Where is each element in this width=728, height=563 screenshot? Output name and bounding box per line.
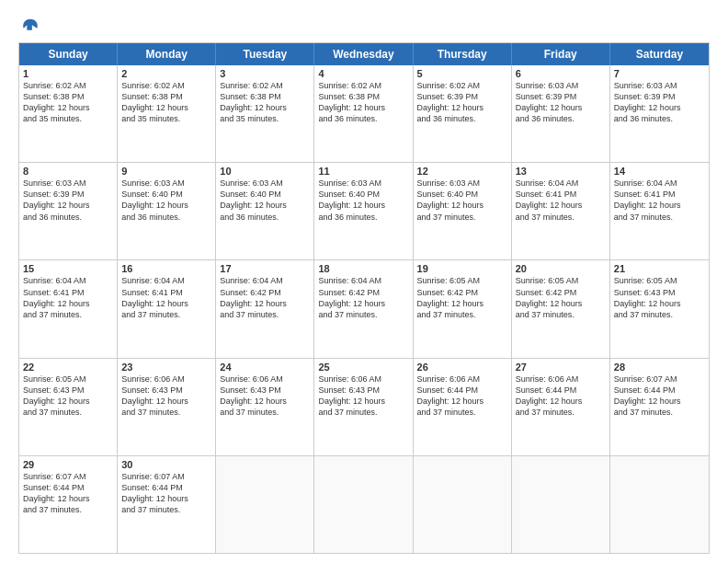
calendar-empty-cell xyxy=(512,456,610,553)
calendar-day-5: 5Sunrise: 6:02 AM Sunset: 6:39 PM Daylig… xyxy=(414,65,512,162)
day-info: Sunrise: 6:05 AM Sunset: 6:43 PM Dayligh… xyxy=(23,373,113,419)
calendar-day-23: 23Sunrise: 6:06 AM Sunset: 6:43 PM Dayli… xyxy=(118,359,216,455)
day-number: 27 xyxy=(516,362,606,373)
calendar-day-15: 15Sunrise: 6:04 AM Sunset: 6:41 PM Dayli… xyxy=(19,260,118,357)
day-info: Sunrise: 6:02 AM Sunset: 6:38 PM Dayligh… xyxy=(318,80,408,125)
calendar-day-19: 19Sunrise: 6:05 AM Sunset: 6:42 PM Dayli… xyxy=(414,260,512,357)
day-number: 4 xyxy=(318,68,408,79)
header-day-friday: Friday xyxy=(512,43,610,65)
day-number: 7 xyxy=(614,68,705,79)
calendar-day-30: 30Sunrise: 6:07 AM Sunset: 6:44 PM Dayli… xyxy=(118,456,216,553)
day-info: Sunrise: 6:02 AM Sunset: 6:38 PM Dayligh… xyxy=(121,80,211,125)
day-info: Sunrise: 6:06 AM Sunset: 6:43 PM Dayligh… xyxy=(121,373,211,419)
day-number: 12 xyxy=(417,166,507,177)
calendar-day-13: 13Sunrise: 6:04 AM Sunset: 6:41 PM Dayli… xyxy=(512,163,610,259)
calendar-day-11: 11Sunrise: 6:03 AM Sunset: 6:40 PM Dayli… xyxy=(314,163,413,259)
day-info: Sunrise: 6:07 AM Sunset: 6:44 PM Dayligh… xyxy=(23,471,113,516)
calendar-empty-cell xyxy=(610,456,709,553)
day-info: Sunrise: 6:03 AM Sunset: 6:39 PM Dayligh… xyxy=(516,80,606,125)
calendar-day-10: 10Sunrise: 6:03 AM Sunset: 6:40 PM Dayli… xyxy=(216,163,314,259)
calendar-header: SundayMondayTuesdayWednesdayThursdayFrid… xyxy=(19,43,709,65)
calendar-day-29: 29Sunrise: 6:07 AM Sunset: 6:44 PM Dayli… xyxy=(19,456,118,553)
day-number: 25 xyxy=(318,362,408,373)
day-number: 18 xyxy=(318,263,408,274)
day-number: 10 xyxy=(220,166,310,177)
day-info: Sunrise: 6:03 AM Sunset: 6:40 PM Dayligh… xyxy=(318,178,408,223)
day-info: Sunrise: 6:03 AM Sunset: 6:40 PM Dayligh… xyxy=(121,178,211,223)
calendar-day-3: 3Sunrise: 6:02 AM Sunset: 6:38 PM Daylig… xyxy=(216,65,314,162)
day-info: Sunrise: 6:04 AM Sunset: 6:42 PM Dayligh… xyxy=(220,275,310,320)
header-day-thursday: Thursday xyxy=(414,43,512,65)
calendar-day-18: 18Sunrise: 6:04 AM Sunset: 6:42 PM Dayli… xyxy=(314,260,413,357)
day-number: 26 xyxy=(417,362,507,373)
day-number: 6 xyxy=(516,68,606,79)
day-info: Sunrise: 6:03 AM Sunset: 6:40 PM Dayligh… xyxy=(417,178,507,223)
header-day-tuesday: Tuesday xyxy=(216,43,314,65)
calendar-week-1: 1Sunrise: 6:02 AM Sunset: 6:38 PM Daylig… xyxy=(19,65,709,162)
header-day-sunday: Sunday xyxy=(19,43,118,65)
day-number: 23 xyxy=(121,362,211,373)
header-day-wednesday: Wednesday xyxy=(314,43,413,65)
day-info: Sunrise: 6:06 AM Sunset: 6:44 PM Dayligh… xyxy=(417,373,507,419)
day-number: 3 xyxy=(220,68,310,79)
calendar-day-14: 14Sunrise: 6:04 AM Sunset: 6:41 PM Dayli… xyxy=(610,163,709,259)
day-number: 5 xyxy=(417,68,507,79)
calendar-day-16: 16Sunrise: 6:04 AM Sunset: 6:41 PM Dayli… xyxy=(118,260,216,357)
day-number: 9 xyxy=(121,166,211,177)
calendar-day-12: 12Sunrise: 6:03 AM Sunset: 6:40 PM Dayli… xyxy=(414,163,512,259)
calendar: SundayMondayTuesdayWednesdayThursdayFrid… xyxy=(18,42,710,554)
page: SundayMondayTuesdayWednesdayThursdayFrid… xyxy=(0,0,728,563)
day-number: 24 xyxy=(220,362,310,373)
calendar-day-22: 22Sunrise: 6:05 AM Sunset: 6:43 PM Dayli… xyxy=(19,359,118,455)
day-info: Sunrise: 6:03 AM Sunset: 6:40 PM Dayligh… xyxy=(220,178,310,223)
calendar-day-20: 20Sunrise: 6:05 AM Sunset: 6:42 PM Dayli… xyxy=(512,260,610,357)
calendar-day-21: 21Sunrise: 6:05 AM Sunset: 6:43 PM Dayli… xyxy=(610,260,709,357)
calendar-empty-cell xyxy=(314,456,413,553)
day-info: Sunrise: 6:07 AM Sunset: 6:44 PM Dayligh… xyxy=(614,373,705,419)
day-info: Sunrise: 6:04 AM Sunset: 6:42 PM Dayligh… xyxy=(318,275,408,320)
day-info: Sunrise: 6:04 AM Sunset: 6:41 PM Dayligh… xyxy=(23,275,113,320)
day-number: 14 xyxy=(614,166,705,177)
day-info: Sunrise: 6:04 AM Sunset: 6:41 PM Dayligh… xyxy=(516,178,606,223)
day-info: Sunrise: 6:07 AM Sunset: 6:44 PM Dayligh… xyxy=(121,471,211,516)
calendar-week-4: 22Sunrise: 6:05 AM Sunset: 6:43 PM Dayli… xyxy=(19,358,709,455)
day-number: 13 xyxy=(516,166,606,177)
calendar-empty-cell xyxy=(216,456,314,553)
day-number: 1 xyxy=(23,68,113,79)
calendar-day-9: 9Sunrise: 6:03 AM Sunset: 6:40 PM Daylig… xyxy=(118,163,216,259)
calendar-day-25: 25Sunrise: 6:06 AM Sunset: 6:43 PM Dayli… xyxy=(314,359,413,455)
day-number: 22 xyxy=(23,362,113,373)
day-number: 20 xyxy=(516,263,606,274)
day-number: 16 xyxy=(121,263,211,274)
day-number: 28 xyxy=(614,362,705,373)
calendar-week-3: 15Sunrise: 6:04 AM Sunset: 6:41 PM Dayli… xyxy=(19,259,709,357)
day-info: Sunrise: 6:05 AM Sunset: 6:42 PM Dayligh… xyxy=(417,275,507,320)
day-info: Sunrise: 6:06 AM Sunset: 6:43 PM Dayligh… xyxy=(220,373,310,419)
day-info: Sunrise: 6:04 AM Sunset: 6:41 PM Dayligh… xyxy=(614,178,705,223)
calendar-day-28: 28Sunrise: 6:07 AM Sunset: 6:44 PM Dayli… xyxy=(610,359,709,455)
logo-icon xyxy=(20,17,40,37)
calendar-week-2: 8Sunrise: 6:03 AM Sunset: 6:39 PM Daylig… xyxy=(19,162,709,259)
calendar-day-2: 2Sunrise: 6:02 AM Sunset: 6:38 PM Daylig… xyxy=(118,65,216,162)
calendar-day-6: 6Sunrise: 6:03 AM Sunset: 6:39 PM Daylig… xyxy=(512,65,610,162)
day-info: Sunrise: 6:02 AM Sunset: 6:39 PM Dayligh… xyxy=(417,80,507,125)
calendar-empty-cell xyxy=(414,456,512,553)
day-info: Sunrise: 6:05 AM Sunset: 6:42 PM Dayligh… xyxy=(516,275,606,320)
calendar-day-24: 24Sunrise: 6:06 AM Sunset: 6:43 PM Dayli… xyxy=(216,359,314,455)
logo xyxy=(18,17,40,33)
calendar-day-4: 4Sunrise: 6:02 AM Sunset: 6:38 PM Daylig… xyxy=(314,65,413,162)
day-info: Sunrise: 6:02 AM Sunset: 6:38 PM Dayligh… xyxy=(220,80,310,125)
day-number: 2 xyxy=(121,68,211,79)
day-number: 19 xyxy=(417,263,507,274)
header xyxy=(18,17,710,33)
day-number: 8 xyxy=(23,166,113,177)
day-info: Sunrise: 6:06 AM Sunset: 6:44 PM Dayligh… xyxy=(516,373,606,419)
calendar-day-27: 27Sunrise: 6:06 AM Sunset: 6:44 PM Dayli… xyxy=(512,359,610,455)
day-info: Sunrise: 6:04 AM Sunset: 6:41 PM Dayligh… xyxy=(121,275,211,320)
calendar-body: 1Sunrise: 6:02 AM Sunset: 6:38 PM Daylig… xyxy=(19,65,709,553)
day-info: Sunrise: 6:03 AM Sunset: 6:39 PM Dayligh… xyxy=(23,178,113,223)
day-info: Sunrise: 6:06 AM Sunset: 6:43 PM Dayligh… xyxy=(318,373,408,419)
day-number: 21 xyxy=(614,263,705,274)
day-info: Sunrise: 6:05 AM Sunset: 6:43 PM Dayligh… xyxy=(614,275,705,320)
day-info: Sunrise: 6:03 AM Sunset: 6:39 PM Dayligh… xyxy=(614,80,705,125)
